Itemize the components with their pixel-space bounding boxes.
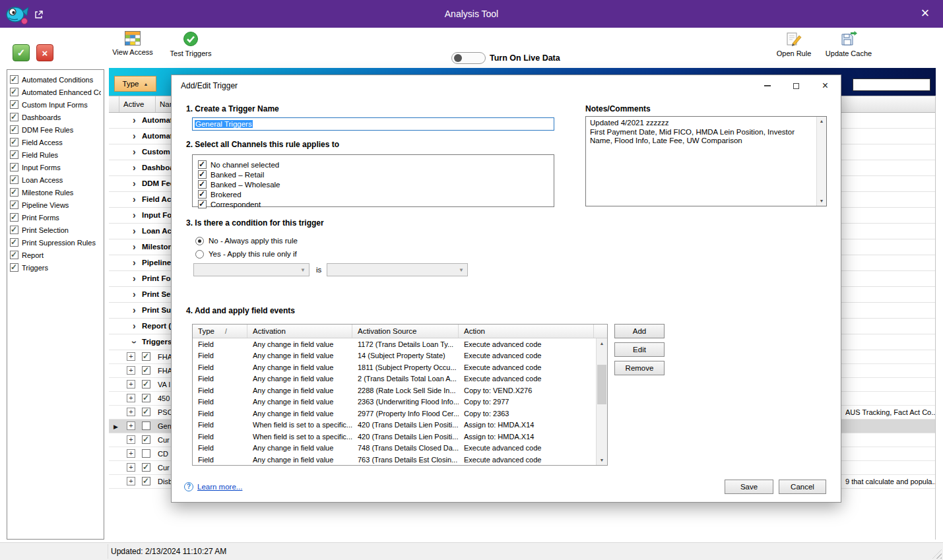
window-close-button[interactable]: ×: [911, 0, 939, 28]
chevron-right-icon[interactable]: ›: [133, 289, 136, 299]
checkbox-checked-icon[interactable]: [10, 75, 18, 84]
chevron-right-icon[interactable]: ›: [133, 146, 136, 157]
notes-textarea[interactable]: Updated 4/2021 zzzzzz First Payment Date…: [585, 116, 827, 206]
trigger-name-input[interactable]: General Triggers: [192, 117, 554, 131]
expand-plus-icon[interactable]: +: [127, 352, 135, 361]
toggle-knob[interactable]: [454, 54, 462, 62]
channel-option[interactable]: Banked – Retail: [198, 170, 548, 179]
type-filter-button[interactable]: Type ▲: [114, 76, 156, 92]
sidebar-item[interactable]: Field Rules: [10, 148, 101, 161]
checkbox-checked-icon[interactable]: [10, 251, 18, 259]
dialog-maximize-button[interactable]: [787, 79, 805, 92]
scroll-down-icon[interactable]: ▼: [597, 455, 607, 465]
checkbox-checked-icon[interactable]: [10, 150, 18, 159]
remove-button[interactable]: Remove: [614, 361, 665, 375]
sidebar-item[interactable]: Input Forms: [10, 161, 101, 173]
events-column-header[interactable]: Activation: [247, 325, 352, 338]
expand-plus-icon[interactable]: +: [127, 435, 135, 444]
chevron-down-icon[interactable]: ›: [129, 340, 140, 344]
channel-checkbox[interactable]: [198, 190, 207, 199]
checkbox-checked-icon[interactable]: [10, 100, 18, 109]
search-input[interactable]: [853, 78, 930, 91]
learn-more-link[interactable]: Learn more...: [197, 483, 242, 491]
condition-yes-radio[interactable]: Yes - Apply this rule only if: [195, 249, 297, 259]
channel-option[interactable]: Banked – Wholesale: [198, 179, 548, 189]
active-checkbox[interactable]: [142, 449, 150, 458]
update-cache-button[interactable]: Update Cache: [825, 31, 872, 57]
scroll-up-icon[interactable]: ▲: [597, 338, 607, 348]
condition-value-dropdown[interactable]: ▼: [327, 263, 468, 276]
channel-option[interactable]: Brokered: [198, 189, 548, 199]
dialog-close-button[interactable]: ×: [816, 79, 834, 92]
expand-plus-icon[interactable]: +: [127, 366, 135, 375]
checkbox-checked-icon[interactable]: [10, 125, 18, 134]
active-checkbox[interactable]: [142, 435, 150, 444]
checkbox-checked-icon[interactable]: [10, 175, 18, 184]
expand-plus-icon[interactable]: +: [127, 477, 135, 485]
events-row[interactable]: FieldAny change in field value14 (Subjec…: [193, 350, 596, 362]
checkbox-checked-icon[interactable]: [10, 163, 18, 171]
test-triggers-button[interactable]: Test Triggers: [168, 31, 214, 57]
expand-plus-icon[interactable]: +: [127, 449, 135, 458]
events-column-header[interactable]: Type/: [193, 325, 247, 338]
events-column-header[interactable]: Action: [459, 325, 594, 338]
chevron-right-icon[interactable]: ›: [133, 210, 136, 220]
active-checkbox[interactable]: [142, 380, 150, 389]
grid-header-active[interactable]: Active: [119, 96, 156, 112]
save-button[interactable]: Save: [725, 480, 773, 494]
active-checkbox[interactable]: [142, 394, 150, 402]
expand-plus-icon[interactable]: +: [127, 463, 135, 472]
learn-more[interactable]: ? Learn more...: [184, 482, 242, 491]
expand-plus-icon[interactable]: +: [127, 408, 135, 416]
sidebar-item[interactable]: Print Supression Rules: [10, 236, 101, 249]
open-rule-button[interactable]: Open Rule: [773, 31, 814, 57]
chevron-right-icon[interactable]: ›: [133, 305, 136, 315]
events-scrollbar[interactable]: ▲ ▼: [596, 338, 607, 465]
checkbox-checked-icon[interactable]: [10, 138, 18, 146]
delete-button[interactable]: ×: [36, 44, 53, 61]
scroll-up-icon[interactable]: ▲: [817, 117, 826, 126]
events-column-header[interactable]: Activation Source: [352, 325, 459, 338]
events-row[interactable]: FieldAny change in field value1811 (Subj…: [193, 361, 596, 373]
sidebar-item[interactable]: Dashboards: [10, 111, 101, 123]
live-data-toggle[interactable]: [451, 52, 486, 64]
expand-plus-icon[interactable]: +: [127, 421, 135, 430]
checkbox-checked-icon[interactable]: [10, 263, 18, 272]
chevron-right-icon[interactable]: ›: [133, 226, 136, 236]
apply-button[interactable]: ✓: [13, 44, 30, 61]
checkbox-checked-icon[interactable]: [10, 188, 18, 197]
expand-plus-icon[interactable]: +: [127, 394, 135, 402]
checkbox-checked-icon[interactable]: [10, 226, 18, 234]
events-row[interactable]: FieldWhen field is set to a specific...4…: [193, 431, 596, 443]
checkbox-checked-icon[interactable]: [10, 238, 18, 247]
sidebar-item[interactable]: Triggers: [10, 261, 101, 274]
radio-selected-icon[interactable]: [195, 237, 204, 245]
events-row[interactable]: FieldWhen field is set to a specific...4…: [193, 420, 596, 431]
chevron-right-icon[interactable]: ›: [133, 257, 136, 268]
events-row[interactable]: FieldAny change in field value2 (Trans D…: [193, 373, 596, 385]
channel-checkbox[interactable]: [198, 200, 207, 208]
dialog-minimize-button[interactable]: [758, 79, 776, 92]
channel-option[interactable]: No channel selected: [198, 160, 548, 170]
add-button[interactable]: Add: [614, 324, 665, 338]
chevron-right-icon[interactable]: ›: [133, 321, 136, 331]
events-row[interactable]: FieldAny change in field value763 (Trans…: [193, 454, 596, 465]
chevron-right-icon[interactable]: ›: [133, 241, 136, 252]
channel-option[interactable]: Correspondent: [198, 199, 548, 209]
sidebar-item[interactable]: Custom Input Forms: [10, 98, 101, 111]
sidebar-item[interactable]: Print Forms: [10, 211, 101, 224]
events-row[interactable]: FieldAny change in field value2288 (Rate…: [193, 385, 596, 396]
active-checkbox[interactable]: [142, 408, 150, 416]
edit-button[interactable]: Edit: [614, 342, 665, 357]
channel-checkbox[interactable]: [198, 170, 207, 179]
chevron-right-icon[interactable]: ›: [133, 162, 136, 173]
events-row[interactable]: FieldAny change in field value2977 (Prop…: [193, 408, 596, 420]
scroll-down-icon[interactable]: ▼: [817, 197, 826, 206]
sidebar-item[interactable]: DDM Fee Rules: [10, 123, 101, 136]
sidebar-item[interactable]: Field Access: [10, 136, 101, 148]
checkbox-checked-icon[interactable]: [10, 213, 18, 222]
active-checkbox[interactable]: [142, 366, 150, 375]
active-checkbox[interactable]: [142, 477, 150, 485]
view-access-button[interactable]: View Access: [111, 31, 154, 56]
active-checkbox[interactable]: [142, 463, 150, 472]
